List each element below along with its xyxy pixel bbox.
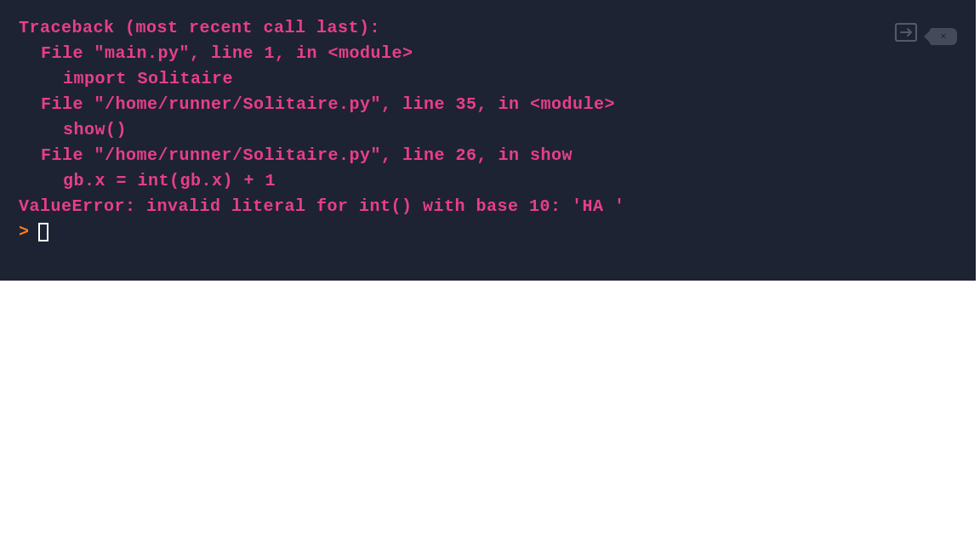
traceback-line: File "/home/runner/Solitaire.py", line 3… xyxy=(19,92,957,117)
terminal-panel: ✕ Traceback (most recent call last):File… xyxy=(0,0,976,281)
traceback-line: Traceback (most recent call last): xyxy=(19,15,957,41)
traceback-line: File "/home/runner/Solitaire.py", line 2… xyxy=(19,143,957,168)
terminal-toolbar: ✕ xyxy=(894,22,957,51)
traceback-line: ValueError: invalid literal for int() wi… xyxy=(19,194,957,219)
traceback-line: show() xyxy=(19,117,957,143)
clear-icon[interactable]: ✕ xyxy=(930,28,957,45)
traceback-line: import Solitaire xyxy=(19,66,957,92)
prompt-line[interactable]: > xyxy=(19,219,957,245)
traceback-output: Traceback (most recent call last):File "… xyxy=(19,15,957,219)
traceback-line: gb.x = int(gb.x) + 1 xyxy=(19,168,957,194)
popout-icon[interactable] xyxy=(894,22,918,51)
traceback-line: File "main.py", line 1, in <module> xyxy=(19,41,957,66)
cursor xyxy=(38,223,48,241)
prompt-char: > xyxy=(19,219,30,245)
